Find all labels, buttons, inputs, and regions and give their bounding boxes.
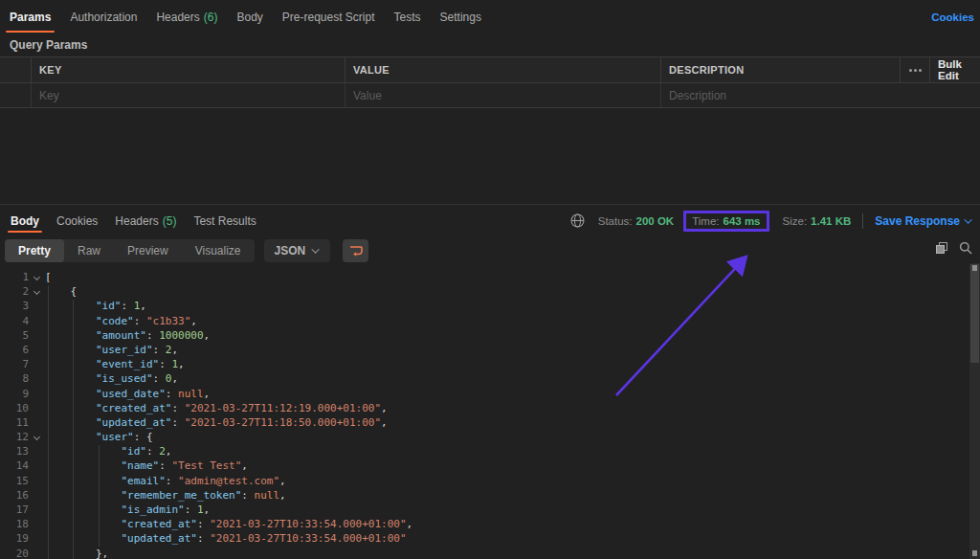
scrollbar-thumb[interactable] [970, 264, 979, 363]
scrollbar[interactable] [969, 263, 980, 559]
code-line: 6 "user_id": 2, [0, 343, 980, 357]
view-pretty[interactable]: Pretty [5, 239, 64, 262]
tab-label: Pre-request Script [282, 11, 375, 24]
status-label: Status: [598, 215, 633, 227]
copy-icon[interactable] [935, 241, 948, 255]
tab-label: Headers [115, 214, 158, 228]
time-value: 643 ms [724, 215, 761, 227]
beautify-button[interactable] [343, 239, 368, 262]
tab-headers[interactable]: Headers(6) [146, 0, 227, 34]
code-text: "user_id": 2, [45, 343, 980, 357]
size-label: Size: [783, 215, 808, 227]
code-line: 4 "code": "c1b33", [0, 314, 980, 328]
response-body-editor[interactable]: 1[2 {3 "id": 1,4 "code": "c1b33",5 "amou… [0, 264, 980, 559]
line-number: 18 [0, 517, 29, 531]
line-number: 10 [0, 401, 29, 415]
params-empty-row [0, 83, 980, 108]
key-column-header: KEY [31, 57, 345, 82]
line-number: 4 [0, 314, 29, 328]
code-text: "created_at": "2021-03-27T11:12:19.000+0… [45, 401, 980, 415]
code-lines: 1[2 {3 "id": 1,4 "code": "c1b33",5 "amou… [0, 270, 980, 559]
format-select-value: JSON [275, 244, 306, 257]
line-number: 20 [0, 547, 29, 559]
fold-chevron-icon[interactable] [29, 430, 45, 444]
bulk-edit-button[interactable]: Bulk Edit [929, 57, 980, 82]
request-tabs: ParamsAuthorizationHeaders(6)BodyPre-req… [0, 0, 491, 34]
code-line: 9 "used_date": null, [0, 387, 980, 401]
code-line: 14 "name": "Test Test", [0, 458, 980, 473]
line-number: 7 [0, 357, 29, 371]
indent-guide [48, 285, 49, 559]
tab-body[interactable]: Body [2, 205, 48, 236]
row-select-column [0, 57, 31, 82]
code-text: "email": "admin@test.com", [45, 474, 980, 488]
code-line: 5 "amount": 1000000, [0, 328, 980, 343]
tab-settings[interactable]: Settings [431, 0, 491, 34]
response-toolbar: PrettyRawPreviewVisualize JSON [0, 238, 980, 263]
tab-label: Body [11, 214, 39, 228]
view-preview[interactable]: Preview [114, 239, 182, 262]
view-mode-switcher: PrettyRawPreviewVisualize [5, 239, 255, 262]
line-number: 19 [0, 531, 29, 546]
fold-chevron-icon[interactable] [29, 270, 45, 284]
tab-label: Tests [394, 11, 421, 24]
key-input[interactable] [32, 83, 345, 107]
code-line: 3 "id": 1, [0, 299, 980, 313]
more-options-icon[interactable] [900, 57, 929, 82]
search-icon[interactable] [959, 241, 972, 255]
code-line: 16 "remember_me_token": null, [0, 488, 980, 503]
tab-params[interactable]: Params [0, 0, 60, 34]
view-raw[interactable]: Raw [64, 239, 114, 262]
format-select[interactable]: JSON [264, 239, 331, 262]
query-params-table: KEY VALUE DESCRIPTION Bulk Edit [0, 56, 980, 108]
tab-label: Authorization [70, 11, 137, 24]
tab-body[interactable]: Body [227, 0, 272, 34]
code-text: "used_date": null, [45, 387, 980, 401]
tab-label: Body [236, 11, 262, 24]
tab-tests[interactable]: Tests [385, 0, 431, 34]
line-number: 16 [0, 488, 29, 503]
scroll-marker [972, 550, 977, 556]
code-line: 1[ [0, 270, 980, 284]
code-text: "updated_at": "2021-03-27T10:33:54.000+0… [45, 531, 980, 546]
save-response-button[interactable]: Save Response [875, 214, 972, 228]
code-line: 10 "created_at": "2021-03-27T11:12:19.00… [0, 401, 980, 415]
line-number: 5 [0, 328, 29, 343]
description-input[interactable] [661, 83, 980, 107]
code-text: "id": 1, [45, 299, 980, 313]
fold-chevron-icon[interactable] [29, 284, 45, 299]
time-label: Time: [692, 215, 719, 227]
line-number: 13 [0, 444, 29, 458]
tab-pre-request-script[interactable]: Pre-request Script [273, 0, 385, 34]
code-line: 17 "is_admin": 1, [0, 503, 980, 517]
code-line: 2 { [0, 284, 980, 299]
cookies-link[interactable]: Cookies [931, 0, 974, 34]
tab-cookies[interactable]: Cookies [48, 205, 106, 236]
code-text: [ [45, 270, 980, 284]
tab-count: (6) [204, 11, 218, 24]
tab-authorization[interactable]: Authorization [60, 0, 146, 34]
tab-label: Headers [156, 11, 199, 24]
line-number: 15 [0, 474, 29, 488]
code-actions [935, 241, 972, 255]
code-text: "remember_me_token": null, [45, 488, 980, 503]
code-text: "code": "c1b33", [45, 314, 980, 328]
line-number: 9 [0, 387, 29, 401]
view-visualize[interactable]: Visualize [182, 239, 255, 262]
size-indicator: Size: 1.41 KB [783, 215, 852, 227]
request-tab-bar: ParamsAuthorizationHeaders(6)BodyPre-req… [0, 0, 980, 34]
tab-test-results[interactable]: Test Results [185, 205, 264, 236]
tab-count: (5) [163, 214, 177, 228]
code-line: 19 "updated_at": "2021-03-27T10:33:54.00… [0, 531, 980, 546]
scroll-marker [972, 265, 977, 271]
tab-headers[interactable]: Headers(5) [106, 205, 185, 236]
value-input[interactable] [345, 83, 660, 107]
code-line: 13 "id": 2, [0, 444, 980, 458]
code-text: "amount": 1000000, [45, 328, 980, 343]
line-number: 17 [0, 503, 29, 517]
code-text: }, [45, 547, 980, 559]
save-response-label: Save Response [875, 214, 960, 228]
code-text: "event_id": 1, [45, 357, 980, 371]
chevron-down-icon [964, 215, 971, 223]
code-text: "user": { [45, 430, 980, 444]
